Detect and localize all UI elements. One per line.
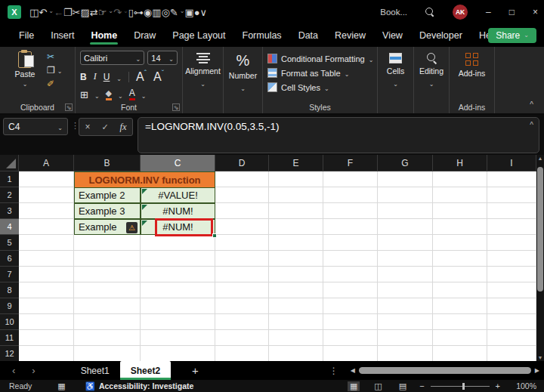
horizontal-scrollbar[interactable]: ◀ ▶ [351, 367, 539, 374]
copy-button[interactable]: ❐ [47, 65, 62, 76]
record-dot-icon[interactable]: ● [194, 8, 200, 17]
pin-icon[interactable]: ⊶ [134, 8, 144, 17]
name-box[interactable]: C4 [3, 118, 68, 135]
row-header[interactable]: 5 [0, 235, 19, 251]
row-header[interactable]: 4 [0, 219, 19, 235]
camera-icon[interactable]: ◉ [144, 8, 152, 17]
fill-color-button[interactable]: ◆ [106, 89, 112, 100]
permissions-lock-icon[interactable]: ▣ [184, 8, 193, 17]
column-header[interactable]: I [487, 155, 536, 171]
redo-icon[interactable]: ↷ [113, 8, 128, 17]
prev-sheet-button[interactable]: ‹ [12, 365, 15, 376]
error-value-cell[interactable]: #VALUE! [141, 187, 215, 203]
scroll-left-icon[interactable]: ◀ [351, 367, 355, 374]
alignment-button[interactable]: Alignment [183, 53, 223, 88]
number-button[interactable]: % Number [224, 53, 262, 92]
column-header[interactable]: B [74, 155, 141, 171]
example-label-cell[interactable]: Example 3⚠ [74, 203, 141, 219]
cancel-button[interactable]: × [85, 122, 90, 132]
column-header[interactable]: E [269, 155, 323, 171]
column-header[interactable]: A [19, 155, 74, 171]
horizontal-scroll-thumb[interactable] [359, 367, 531, 374]
new-sheet-button[interactable]: + [192, 364, 199, 377]
addins-button[interactable]: Add-ins [450, 53, 494, 78]
chevron-down-icon[interactable] [118, 88, 123, 101]
example-label-cell[interactable]: Example 2⚠ [74, 187, 141, 203]
scroll-up-icon[interactable]: ▲ [536, 156, 544, 161]
font-name-select[interactable]: Calibri [80, 51, 144, 65]
chevron-down-icon[interactable] [94, 88, 100, 101]
row-header[interactable]: 3 [0, 203, 19, 219]
select-all-button[interactable] [0, 155, 19, 171]
normal-view-icon[interactable]: ▦ [348, 381, 360, 391]
scroll-down-icon[interactable]: ▼ [536, 355, 544, 360]
macro-record-icon[interactable]: ▦ [57, 381, 65, 391]
accessibility-status[interactable]: ♿ Accessibility: Investigate [85, 381, 194, 391]
row-header[interactable]: 12 [0, 346, 19, 361]
share-button[interactable]: Share [488, 28, 536, 43]
sheet-more-icon[interactable]: ⋮ [329, 366, 338, 376]
enter-button[interactable]: ✓ [101, 122, 108, 132]
styles-button[interactable]: Cell Styles [267, 80, 374, 94]
zoom-in-button[interactable]: + [496, 381, 500, 390]
bold-button[interactable]: B [80, 72, 87, 82]
row-header[interactable]: 2 [0, 187, 19, 203]
column-header[interactable]: G [378, 155, 433, 171]
styles-button[interactable]: Format as Table [267, 66, 374, 80]
styles-button[interactable]: Conditional Formatting [267, 51, 374, 66]
back-icon[interactable]: ← [54, 8, 63, 17]
ribbon-tab[interactable]: Review [326, 26, 374, 46]
ribbon-tab[interactable]: Developer [411, 26, 471, 46]
ribbon-tab[interactable]: Formulas [234, 26, 290, 46]
new-file-icon[interactable]: ▯ [128, 8, 134, 17]
save-icon[interactable]: ◫ [29, 8, 39, 17]
zoom-out-button[interactable]: − [419, 381, 424, 390]
vertical-scroll-thumb[interactable] [537, 167, 543, 292]
undo-icon[interactable]: ↶ [39, 8, 54, 17]
vertical-scrollbar[interactable]: ▲ ▼ [536, 155, 544, 361]
qat-overflow-icon[interactable]: ∨ [200, 8, 208, 17]
row-header[interactable]: 10 [0, 314, 19, 330]
cut-button[interactable]: ✂ [47, 51, 54, 62]
replace-icon[interactable]: ⇄ [90, 8, 98, 17]
search-icon[interactable] [425, 8, 434, 17]
row-header[interactable]: 8 [0, 282, 19, 298]
ribbon-tab[interactable]: File [11, 26, 42, 46]
row-header[interactable]: 6 [0, 251, 19, 267]
row-header[interactable]: 1 [0, 171, 19, 187]
table-title-cell[interactable]: LOGNORM.INV function [74, 171, 215, 188]
person-search-icon[interactable]: ◎ [161, 8, 169, 17]
account-avatar[interactable]: AK [453, 5, 468, 20]
column-header[interactable]: H [433, 155, 487, 171]
ribbon-tab[interactable]: Home [82, 26, 125, 46]
ribbon-tab[interactable]: Draw [125, 26, 164, 46]
ribbon-tab[interactable]: Insert [42, 26, 82, 46]
zoom-slider-thumb[interactable] [462, 383, 465, 390]
increase-font-size-button[interactable]: A [136, 69, 147, 84]
column-header[interactable]: D [215, 155, 269, 171]
chevron-down-icon[interactable] [116, 70, 122, 84]
underline-button[interactable]: U [104, 72, 110, 82]
clipboard-dialog-launcher[interactable]: ⇘ [65, 103, 73, 111]
row-header[interactable]: 7 [0, 267, 19, 282]
ribbon-tab[interactable]: Page Layout [164, 26, 233, 46]
insert-function-button[interactable]: fx [120, 122, 127, 133]
font-dialog-launcher[interactable]: ⇘ [172, 103, 180, 111]
close-button[interactable]: × [533, 7, 538, 17]
borders-button[interactable]: ⊞ [80, 89, 88, 100]
row-header[interactable]: 11 [0, 330, 19, 346]
maximize-button[interactable]: □ [509, 7, 515, 17]
collapse-formula-bar-icon[interactable]: ^ [530, 121, 533, 129]
zoom-slider[interactable] [431, 386, 490, 387]
chevron-down-icon[interactable] [141, 88, 147, 101]
next-sheet-button[interactable]: › [32, 365, 35, 376]
draft-pen-icon[interactable]: ✎ [170, 8, 185, 17]
zoom-level[interactable]: 100% [511, 381, 536, 390]
workbook-icon[interactable]: ▥ [152, 8, 161, 17]
decrease-font-size-button[interactable]: A [153, 69, 164, 84]
page-break-view-icon[interactable]: ▤ [397, 381, 409, 391]
touch-mode-icon[interactable]: ☞ [98, 8, 113, 17]
sheet-tab[interactable]: Sheet2 [120, 361, 171, 380]
scroll-right-icon[interactable]: ▶ [535, 367, 539, 374]
editing-button[interactable]: Editing [414, 53, 449, 88]
